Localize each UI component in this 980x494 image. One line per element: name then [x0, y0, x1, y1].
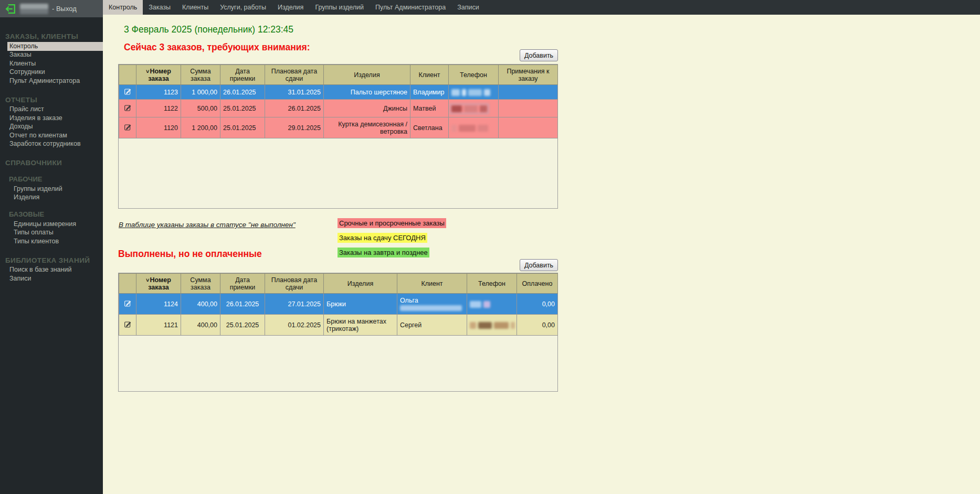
- sidebar-item-price-list[interactable]: Прайс лист: [0, 105, 103, 114]
- sidebar-item-control[interactable]: Контроль: [7, 42, 103, 51]
- sidebar-item-client-report[interactable]: Отчет по клиентам: [0, 131, 103, 140]
- column-header-sum[interactable]: Сумма заказа: [181, 274, 220, 294]
- legend-later: Заказы на завтра и позднее: [338, 248, 429, 257]
- column-header-date-due[interactable]: Плановая дата сдачи: [265, 274, 324, 294]
- sort-desc-icon: ˅: [146, 68, 149, 74]
- unpaid-header-row: ˅Номер заказа Сумма заказа Дата приемки …: [119, 274, 558, 294]
- logout-door-icon[interactable]: [5, 3, 16, 15]
- sidebar-item-orders[interactable]: Заказы: [0, 51, 103, 60]
- order-client: Сергей: [397, 315, 467, 336]
- add-unpaid-order-button[interactable]: Добавить: [520, 259, 558, 271]
- order-notes: [499, 117, 558, 138]
- sidebar-item-knowledge-search[interactable]: Поиск в базе знаний: [0, 266, 103, 275]
- edit-order-icon[interactable]: [122, 103, 133, 113]
- client-name: Ольга: [400, 297, 418, 304]
- order-row-1122[interactable]: 1122 500,00 25.01.2025 26.01.2025 Джинсы…: [119, 100, 558, 117]
- status-note: В таблице указаны заказы в статусе "не в…: [119, 221, 296, 229]
- add-order-button[interactable]: Добавить: [520, 49, 558, 61]
- phone-redacted: [451, 105, 487, 112]
- datetime-line: 3 Февраль 2025 (понедельник) 12:23:45: [124, 24, 293, 35]
- username-redacted: [20, 4, 48, 14]
- order-items: Брюки: [324, 294, 397, 315]
- order-row-1123[interactable]: 1123 1 000,00 26.01.2025 31.01.2025 Паль…: [119, 85, 558, 100]
- order-phone: [449, 100, 499, 117]
- order-row-1120[interactable]: 1120 1 200,00 25.01.2025 29.01.2025 Курт…: [119, 117, 558, 138]
- order-items: Джинсы: [324, 100, 410, 117]
- tab-orders[interactable]: Заказы: [143, 0, 176, 15]
- tab-product-groups[interactable]: Группы изделий: [309, 0, 370, 15]
- order-notes: [499, 85, 558, 100]
- logout-area[interactable]: - Выход: [0, 0, 103, 17]
- legend-today: Заказы на сдачу СЕГОДНЯ: [338, 233, 427, 243]
- order-date-in: 25.01.2025: [220, 100, 265, 117]
- sidebar-item-products[interactable]: Изделия: [0, 194, 103, 202]
- order-row-1124[interactable]: 1124 400,00 26.01.2025 27.01.2025 Брюки …: [119, 294, 558, 315]
- sidebar-item-payment-types[interactable]: Типы оплаты: [0, 229, 103, 238]
- order-date-due: 31.01.2025: [265, 85, 324, 100]
- phone-redacted: [470, 301, 490, 308]
- tab-services[interactable]: Услуги, работы: [214, 0, 272, 15]
- sidebar-item-income[interactable]: Доходы: [0, 123, 103, 132]
- unpaid-orders-panel: ˅Номер заказа Сумма заказа Дата приемки …: [118, 273, 558, 392]
- edit-order-icon[interactable]: [122, 299, 133, 308]
- order-number: 1121: [136, 315, 181, 336]
- edit-order-icon[interactable]: [122, 123, 133, 132]
- order-number: 1123: [136, 85, 181, 100]
- order-phone: [467, 294, 517, 315]
- order-date-due: 27.01.2025: [265, 294, 324, 315]
- sidebar-item-units[interactable]: Единицы измерения: [0, 220, 103, 229]
- sidebar-item-product-groups[interactable]: Группы изделий: [0, 185, 103, 194]
- order-sum: 1 000,00: [181, 85, 220, 100]
- sidebar-section-orders-clients: ЗАКАЗЫ, КЛИЕНТЫ: [5, 33, 99, 40]
- sidebar-item-employee-earnings[interactable]: Заработок сотрудников: [0, 140, 103, 149]
- order-date-in: 26.01.2025: [220, 85, 265, 100]
- sidebar: ЗАКАЗЫ, КЛИЕНТЫ Контроль Заказы Клиенты …: [0, 17, 103, 494]
- phone-redacted: [451, 89, 490, 96]
- tab-control[interactable]: Контроль: [103, 0, 143, 15]
- edit-order-icon[interactable]: [122, 320, 133, 329]
- order-items: Куртка демисезонная / ветровка: [324, 117, 410, 138]
- sidebar-item-items-in-order[interactable]: Изделия в заказе: [0, 114, 103, 123]
- column-header-phone[interactable]: Телефон: [467, 274, 517, 294]
- sidebar-item-clients[interactable]: Клиенты: [0, 59, 103, 68]
- column-header-number[interactable]: ˅Номер заказа: [136, 274, 181, 294]
- column-header-items[interactable]: Изделия: [324, 65, 410, 85]
- edit-order-icon[interactable]: [122, 87, 133, 96]
- order-sum: 500,00: [181, 100, 220, 117]
- tab-products[interactable]: Изделия: [272, 0, 309, 15]
- column-header-number[interactable]: ˅Номер заказа: [136, 65, 181, 85]
- column-header-items[interactable]: Изделия: [324, 274, 397, 294]
- order-sum: 400,00: [181, 315, 220, 336]
- column-header-sum[interactable]: Сумма заказа: [181, 65, 220, 85]
- order-date-due: 29.01.2025: [265, 117, 324, 138]
- phone-redacted: [451, 125, 488, 132]
- column-header-notes[interactable]: Примечания к заказу: [499, 65, 558, 85]
- column-header-phone[interactable]: Телефон: [449, 65, 499, 85]
- column-header-client[interactable]: Клиент: [397, 274, 467, 294]
- order-client: Матвей: [410, 100, 449, 117]
- unpaid-orders-table: ˅Номер заказа Сумма заказа Дата приемки …: [119, 273, 558, 336]
- tab-records[interactable]: Записи: [451, 0, 485, 15]
- topbar: Контроль Заказы Клиенты Услуги, работы И…: [0, 0, 980, 15]
- column-header-date-in[interactable]: Дата приемки: [220, 274, 265, 294]
- tab-clients[interactable]: Клиенты: [176, 0, 214, 15]
- order-date-due: 26.01.2025: [265, 100, 324, 117]
- order-notes: [499, 100, 558, 117]
- logout-label[interactable]: - Выход: [52, 5, 77, 13]
- sidebar-item-client-types[interactable]: Типы клиентов: [0, 237, 103, 246]
- legend-urgent: Срочные и просроченные заказы: [338, 218, 446, 228]
- sidebar-subsection-base: БАЗОВЫЕ: [9, 210, 99, 218]
- tab-admin-panel[interactable]: Пульт Администратора: [370, 0, 451, 15]
- column-header-paid[interactable]: Оплачено: [517, 274, 558, 294]
- order-sum: 400,00: [181, 294, 220, 315]
- sidebar-item-admin-panel[interactable]: Пульт Администратора: [0, 77, 103, 85]
- edit-cell: [119, 117, 136, 138]
- order-row-1121[interactable]: 1121 400,00 25.01.2025 01.02.2025 Брюки …: [119, 315, 558, 336]
- sidebar-item-records[interactable]: Записи: [0, 274, 103, 283]
- column-header-date-in[interactable]: Дата приемки: [220, 65, 265, 85]
- attention-orders-table: ˅Номер заказа Сумма заказа Дата приемки …: [119, 65, 558, 138]
- sidebar-item-employees[interactable]: Сотрудники: [0, 68, 103, 77]
- order-items: Пальто шерстяное: [324, 85, 410, 100]
- column-header-date-due[interactable]: Плановая дата сдачи: [265, 65, 324, 85]
- column-header-client[interactable]: Клиент: [410, 65, 449, 85]
